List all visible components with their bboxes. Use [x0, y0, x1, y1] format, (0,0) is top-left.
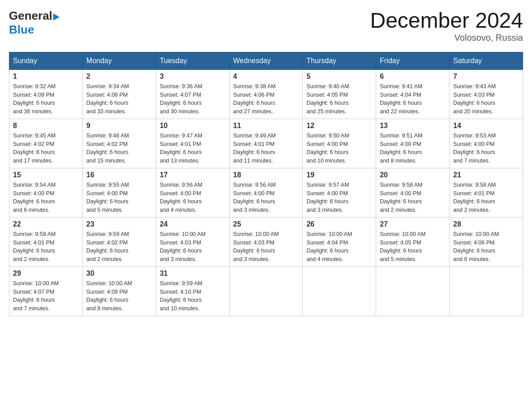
table-row: 3 Sunrise: 9:36 AMSunset: 4:07 PMDayligh…: [156, 69, 229, 119]
table-row: 9 Sunrise: 9:46 AMSunset: 4:02 PMDayligh…: [82, 119, 156, 168]
table-row: 14 Sunrise: 9:53 AMSunset: 4:00 PMDaylig…: [450, 119, 523, 168]
day-info: Sunrise: 9:49 AMSunset: 4:01 PMDaylight:…: [233, 132, 299, 165]
day-number: 6: [380, 73, 446, 81]
day-number: 14: [453, 122, 519, 130]
table-row: 24 Sunrise: 10:00 AMSunset: 4:03 PMDayli…: [156, 217, 229, 266]
table-row: 22 Sunrise: 9:59 AMSunset: 4:01 PMDaylig…: [9, 217, 83, 266]
logo-blue: Blue: [9, 23, 60, 37]
table-row: 19 Sunrise: 9:57 AMSunset: 4:00 PMDaylig…: [303, 168, 376, 217]
table-row: 20 Sunrise: 9:58 AMSunset: 4:00 PMDaylig…: [376, 168, 450, 217]
day-info: Sunrise: 9:41 AMSunset: 4:04 PMDaylight:…: [380, 82, 446, 116]
day-number: 8: [13, 122, 79, 130]
day-number: 31: [160, 270, 226, 278]
table-row: 1 Sunrise: 9:32 AMSunset: 4:09 PMDayligh…: [9, 69, 83, 119]
col-saturday: Saturday: [450, 52, 523, 69]
day-number: 10: [160, 122, 226, 130]
col-wednesday: Wednesday: [229, 52, 303, 69]
location-subtitle: Volosovo, Russia: [370, 33, 523, 43]
logo-arrow-icon: [53, 13, 60, 21]
day-number: 5: [306, 73, 372, 81]
day-info: Sunrise: 9:59 AMSunset: 4:01 PMDaylight:…: [13, 230, 79, 264]
table-row: 5 Sunrise: 9:40 AMSunset: 4:05 PMDayligh…: [303, 69, 376, 119]
day-info: Sunrise: 9:59 AMSunset: 4:02 PMDaylight:…: [86, 230, 152, 264]
day-number: 2: [86, 73, 152, 81]
table-row: [303, 266, 376, 316]
day-number: 25: [233, 220, 299, 228]
week-row: 15 Sunrise: 9:54 AMSunset: 4:00 PMDaylig…: [9, 168, 523, 217]
week-row: 29 Sunrise: 10:00 AMSunset: 4:07 PMDayli…: [9, 266, 523, 316]
day-number: 16: [86, 171, 152, 179]
day-number: 1: [13, 73, 79, 81]
day-number: 9: [86, 122, 152, 130]
day-number: 19: [306, 171, 372, 179]
week-row: 1 Sunrise: 9:32 AMSunset: 4:09 PMDayligh…: [9, 69, 523, 119]
table-row: 27 Sunrise: 10:00 AMSunset: 4:05 PMDayli…: [376, 217, 450, 266]
day-number: 26: [306, 220, 372, 228]
day-info: Sunrise: 9:50 AMSunset: 4:00 PMDaylight:…: [306, 132, 372, 165]
day-number: 21: [453, 171, 519, 179]
table-row: 23 Sunrise: 9:59 AMSunset: 4:02 PMDaylig…: [82, 217, 156, 266]
day-info: Sunrise: 9:59 AMSunset: 4:10 PMDaylight:…: [160, 279, 226, 313]
day-number: 22: [13, 220, 79, 228]
table-row: 29 Sunrise: 10:00 AMSunset: 4:07 PMDayli…: [9, 266, 83, 316]
day-info: Sunrise: 9:55 AMSunset: 4:00 PMDaylight:…: [86, 181, 152, 214]
day-info: Sunrise: 9:46 AMSunset: 4:02 PMDaylight:…: [86, 132, 152, 165]
table-row: 11 Sunrise: 9:49 AMSunset: 4:01 PMDaylig…: [229, 119, 303, 168]
day-info: Sunrise: 9:34 AMSunset: 4:08 PMDaylight:…: [86, 82, 152, 116]
header-row: Sunday Monday Tuesday Wednesday Thursday…: [9, 52, 523, 69]
day-info: Sunrise: 9:43 AMSunset: 4:03 PMDaylight:…: [453, 82, 519, 116]
day-info: Sunrise: 9:58 AMSunset: 4:00 PMDaylight:…: [380, 181, 446, 214]
day-number: 28: [453, 220, 519, 228]
day-info: Sunrise: 9:36 AMSunset: 4:07 PMDaylight:…: [160, 82, 226, 116]
day-info: Sunrise: 10:00 AMSunset: 4:04 PMDaylight…: [306, 230, 372, 264]
day-info: Sunrise: 9:32 AMSunset: 4:09 PMDaylight:…: [13, 82, 79, 116]
table-row: 2 Sunrise: 9:34 AMSunset: 4:08 PMDayligh…: [82, 69, 156, 119]
day-info: Sunrise: 10:00 AMSunset: 4:06 PMDaylight…: [453, 230, 519, 264]
day-info: Sunrise: 9:56 AMSunset: 4:00 PMDaylight:…: [160, 181, 226, 214]
day-number: 4: [233, 73, 299, 81]
table-row: 15 Sunrise: 9:54 AMSunset: 4:00 PMDaylig…: [9, 168, 83, 217]
day-info: Sunrise: 10:00 AMSunset: 4:05 PMDaylight…: [380, 230, 446, 264]
col-friday: Friday: [376, 52, 450, 69]
table-row: 12 Sunrise: 9:50 AMSunset: 4:00 PMDaylig…: [303, 119, 376, 168]
day-info: Sunrise: 10:00 AMSunset: 4:09 PMDaylight…: [86, 279, 152, 313]
table-row: 13 Sunrise: 9:51 AMSunset: 4:00 PMDaylig…: [376, 119, 450, 168]
col-sunday: Sunday: [9, 52, 83, 69]
day-number: 11: [233, 122, 299, 130]
table-row: 18 Sunrise: 9:56 AMSunset: 4:00 PMDaylig…: [229, 168, 303, 217]
col-monday: Monday: [82, 52, 156, 69]
table-row: [450, 266, 523, 316]
day-number: 24: [160, 220, 226, 228]
day-number: 15: [13, 171, 79, 179]
table-row: [376, 266, 450, 316]
day-number: 12: [306, 122, 372, 130]
day-number: 7: [453, 73, 519, 81]
table-row: [229, 266, 303, 316]
table-row: 17 Sunrise: 9:56 AMSunset: 4:00 PMDaylig…: [156, 168, 229, 217]
day-number: 30: [86, 270, 152, 278]
table-row: 4 Sunrise: 9:38 AMSunset: 4:06 PMDayligh…: [229, 69, 303, 119]
week-row: 22 Sunrise: 9:59 AMSunset: 4:01 PMDaylig…: [9, 217, 523, 266]
day-info: Sunrise: 9:47 AMSunset: 4:01 PMDaylight:…: [160, 132, 226, 165]
table-row: 25 Sunrise: 10:00 AMSunset: 4:03 PMDayli…: [229, 217, 303, 266]
day-info: Sunrise: 10:00 AMSunset: 4:03 PMDaylight…: [160, 230, 226, 264]
table-row: 16 Sunrise: 9:55 AMSunset: 4:00 PMDaylig…: [82, 168, 156, 217]
table-row: 10 Sunrise: 9:47 AMSunset: 4:01 PMDaylig…: [156, 119, 229, 168]
day-number: 18: [233, 171, 299, 179]
day-info: Sunrise: 9:51 AMSunset: 4:00 PMDaylight:…: [380, 132, 446, 165]
day-number: 27: [380, 220, 446, 228]
calendar-table: Sunday Monday Tuesday Wednesday Thursday…: [9, 52, 523, 316]
day-info: Sunrise: 10:00 AMSunset: 4:07 PMDaylight…: [13, 279, 79, 313]
col-thursday: Thursday: [303, 52, 376, 69]
day-info: Sunrise: 10:00 AMSunset: 4:03 PMDaylight…: [233, 230, 299, 264]
day-number: 29: [13, 270, 79, 278]
table-row: 21 Sunrise: 9:58 AMSunset: 4:01 PMDaylig…: [450, 168, 523, 217]
day-info: Sunrise: 9:38 AMSunset: 4:06 PMDaylight:…: [233, 82, 299, 116]
logo-general: General: [9, 9, 52, 23]
day-info: Sunrise: 9:45 AMSunset: 4:02 PMDaylight:…: [13, 132, 79, 165]
day-number: 3: [160, 73, 226, 81]
logo: General Blue: [9, 9, 60, 37]
day-number: 13: [380, 122, 446, 130]
col-tuesday: Tuesday: [156, 52, 229, 69]
day-number: 20: [380, 171, 446, 179]
